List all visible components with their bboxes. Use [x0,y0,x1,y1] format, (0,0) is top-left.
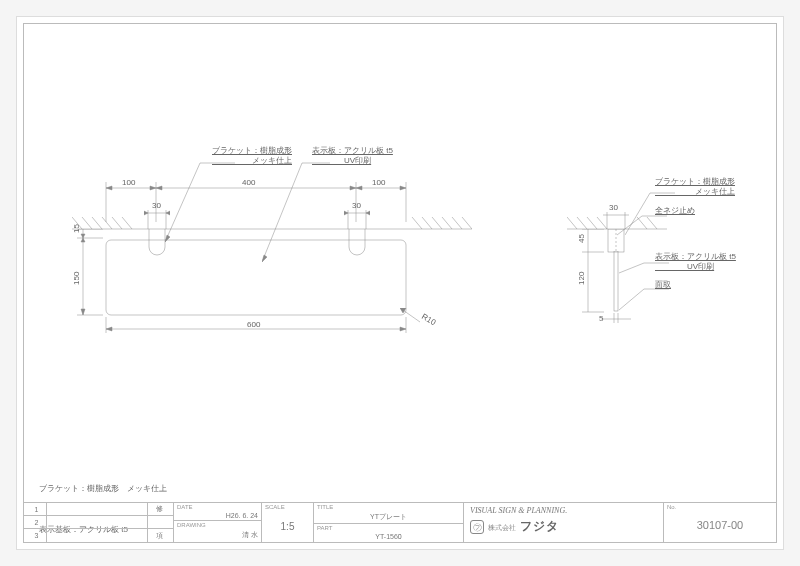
svg-line-10 [442,217,452,229]
svg-line-80 [619,263,644,273]
drawing-label: DRAWING [174,521,261,529]
svg-line-57 [567,217,577,229]
svg-line-8 [422,217,432,229]
side-dim-5-val: 5 [599,314,603,324]
date-value: H26. 6. 24 [174,511,261,520]
no-label: No. [664,503,776,511]
svg-marker-24 [400,186,406,190]
side-panel-callout: 表示板：アクリル板 t5 UV印刷 [655,252,736,273]
side-dim-5 [601,313,631,327]
logo-tagline: VISUAL SIGN & PLANNING. [470,506,657,515]
title-value: YTプレート [314,511,463,523]
svg-rect-65 [614,251,618,311]
svg-marker-20 [150,186,156,190]
front-dim-150: 150 [72,272,82,285]
svg-line-9 [432,217,442,229]
drawing-sheet: 100 400 100 30 30 15 150 600 [16,16,784,550]
side-chamfer-callout: 面取 [655,280,671,290]
svg-marker-34 [366,211,370,215]
svg-line-78 [617,216,642,235]
title-block: 1修 2 3項 DATE H26. 6. 24 DRAWING 清 水 SCAL… [24,502,776,542]
svg-marker-28 [144,211,148,215]
company-name: フジタ [520,518,559,535]
svg-line-12 [462,217,472,229]
front-panel-callout: 表示板：アクリル板 t5 UV印刷 [312,146,393,167]
svg-line-82 [619,289,644,310]
svg-marker-21 [156,186,162,190]
date-label: DATE [174,503,261,511]
logo-mark: ㋫ [470,520,484,534]
svg-line-2 [82,217,92,229]
front-dim-400: 400 [242,178,255,188]
svg-marker-19 [106,186,112,190]
rev-hdr-3: 項 [148,529,170,542]
front-bracket-right [348,229,368,257]
svg-marker-40 [81,238,85,242]
svg-marker-46 [106,327,112,331]
svg-marker-22 [350,186,356,190]
front-dim-30-right: 30 [352,201,361,211]
svg-marker-55 [262,255,267,262]
side-dim-120: 120 [577,272,587,285]
part-value: YT-1560 [314,532,463,541]
rev-3: 3 [27,529,47,542]
side-screw-callout: 全ネジ止め [655,206,695,216]
rev-2: 2 [27,516,47,528]
svg-line-11 [452,217,462,229]
side-dim-45: 45 [577,234,587,243]
front-bracket-leader [165,157,235,247]
svg-line-59 [587,217,597,229]
part-label: PART [314,524,463,532]
svg-marker-41 [81,234,85,238]
svg-marker-52 [165,235,170,242]
svg-marker-42 [81,309,85,315]
front-dim-600: 600 [247,320,260,330]
front-dim-30-left: 30 [152,201,161,211]
drawing-no: 30107-00 [664,511,776,532]
rev-1: 1 [27,503,47,515]
svg-marker-49 [400,308,406,313]
title-label: TITLE [314,503,463,511]
company-prefix: 株式会社 [488,523,516,533]
front-dim-100-right: 100 [372,178,385,188]
scale-label: SCALE [262,503,313,511]
note-1: ブラケット：樹脂成形 メッキ仕上 [39,482,167,496]
svg-marker-33 [344,211,348,215]
svg-marker-23 [356,186,362,190]
scale-value: 1:5 [262,511,313,533]
svg-line-50 [165,163,200,242]
front-dim-15: 15 [72,224,82,233]
front-dim-100-left: 100 [122,178,135,188]
svg-line-3 [92,217,102,229]
side-bracket-callout: ブラケット：樹脂成形 メッキ仕上 [655,177,735,198]
front-panel-leader [262,157,332,267]
svg-line-58 [577,217,587,229]
rev-hdr-2: 修 [148,503,170,515]
svg-line-53 [262,163,302,262]
revision-table: 1修 2 3項 [24,503,174,542]
drawer-value: 清 水 [174,529,261,541]
